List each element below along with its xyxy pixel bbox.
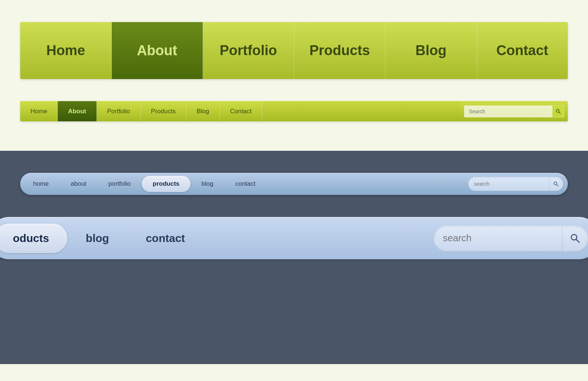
search-icon [553, 181, 559, 186]
nav2-search-area [460, 101, 568, 121]
nav1-home[interactable]: Home [20, 22, 112, 79]
nav3-search-button[interactable] [549, 177, 563, 191]
nav1-blog[interactable]: Blog [386, 22, 477, 79]
nav2-home[interactable]: Home [20, 101, 58, 121]
nav3-search-area [468, 177, 566, 191]
nav2-search-button[interactable] [552, 106, 564, 117]
nav2-about[interactable]: About [58, 101, 97, 121]
nav2-products[interactable]: Products [141, 101, 186, 121]
nav1-about[interactable]: About [112, 22, 203, 79]
nav1-portfolio[interactable]: Portfolio [203, 22, 294, 79]
nav3-blog[interactable]: blog [190, 176, 224, 192]
svg-line-3 [557, 185, 559, 186]
nav4-search-input[interactable] [434, 225, 562, 251]
nav-bar-3: home about portfolio products blog conta… [20, 173, 568, 195]
nav2-blog[interactable]: Blog [186, 101, 220, 121]
nav3-about[interactable]: about [60, 176, 98, 192]
nav1-contact[interactable]: Contact [477, 22, 568, 79]
nav2-search-input[interactable] [464, 106, 552, 117]
nav4-contact[interactable]: contact [128, 224, 204, 253]
nav4-products[interactable]: oducts [0, 224, 67, 253]
nav3-portfolio[interactable]: portfolio [97, 176, 141, 192]
nav3-search-input[interactable] [468, 177, 549, 191]
nav1-products[interactable]: Products [294, 22, 386, 79]
nav2-portfolio[interactable]: Portfolio [97, 101, 140, 121]
search-icon [570, 234, 580, 243]
nav-bar-1: Home About Portfolio Products Blog Conta… [20, 22, 568, 79]
nav3-products[interactable]: products [142, 176, 191, 192]
nav2-contact[interactable]: Contact [220, 101, 262, 121]
search-icon [556, 109, 561, 114]
nav4-search-button[interactable] [562, 225, 588, 251]
nav-bar-2: Home About Portfolio Products Blog Conta… [20, 101, 568, 121]
nav-bar-4: oducts blog contact [0, 217, 588, 259]
nav3-contact[interactable]: contact [224, 176, 266, 192]
nav3-home[interactable]: home [22, 176, 60, 192]
nav4-blog[interactable]: blog [67, 224, 127, 253]
svg-line-1 [559, 112, 560, 114]
nav4-search-area [434, 225, 588, 251]
nav-bar-4-wrapper: oducts blog contact [0, 217, 588, 261]
svg-line-5 [576, 239, 579, 242]
